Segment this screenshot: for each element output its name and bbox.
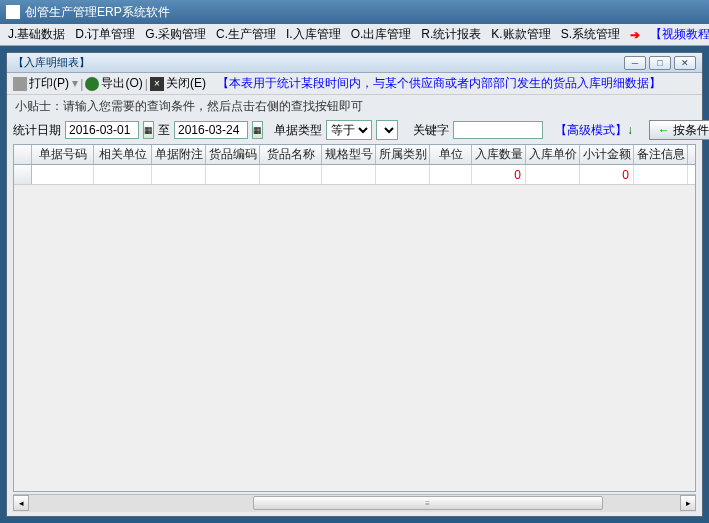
- app-icon: [6, 5, 20, 19]
- inner-title: 【入库明细表】: [13, 55, 624, 70]
- main-menu: J.基础数据 D.订单管理 G.采购管理 C.生产管理 I.入库管理 O.出库管…: [0, 24, 709, 46]
- col-item-code[interactable]: 货品编码: [206, 145, 260, 164]
- calendar-from-button[interactable]: ▦: [143, 121, 154, 139]
- col-remark[interactable]: 备注信息: [634, 145, 688, 164]
- keyword-input[interactable]: [453, 121, 543, 139]
- grid-header: 单据号码 相关单位 单据附注 货品编码 货品名称 规格型号 所属类别 单位 入库…: [14, 145, 695, 165]
- minimize-button[interactable]: ─: [624, 56, 646, 70]
- calendar-to-button[interactable]: ▦: [252, 121, 263, 139]
- type-value-select[interactable]: [376, 120, 398, 140]
- menu-basic[interactable]: J.基础数据: [4, 24, 69, 45]
- export-icon: [85, 77, 99, 91]
- menu-outbound[interactable]: O.出库管理: [347, 24, 416, 45]
- row-header-corner: [14, 145, 32, 164]
- cell[interactable]: [206, 165, 260, 184]
- cell[interactable]: [322, 165, 376, 184]
- toolbar: 打印(P) ▾ | 导出(O) | × 关闭(E) 【本表用于统计某段时间内，与…: [7, 73, 702, 95]
- inner-titlebar: 【入库明细表】 ─ □ ✕: [7, 53, 702, 73]
- filter-bar: 统计日期 ▦ 至 ▦ 单据类型 等于 关键字 【高级模式】↓ ←←按条件查找(S…: [7, 118, 702, 142]
- cell[interactable]: [152, 165, 206, 184]
- menu-purchase[interactable]: G.采购管理: [141, 24, 210, 45]
- col-in-qty[interactable]: 入库数量: [472, 145, 526, 164]
- scroll-right-button[interactable]: ▸: [680, 495, 696, 511]
- menu-reports[interactable]: R.统计报表: [417, 24, 485, 45]
- table-row[interactable]: 0 0: [14, 165, 695, 185]
- col-category[interactable]: 所属类别: [376, 145, 430, 164]
- col-in-price[interactable]: 入库单价: [526, 145, 580, 164]
- menu-production[interactable]: C.生产管理: [212, 24, 280, 45]
- cell[interactable]: [260, 165, 322, 184]
- date-label: 统计日期: [13, 122, 61, 139]
- col-unit[interactable]: 单位: [430, 145, 472, 164]
- cell[interactable]: [634, 165, 688, 184]
- search-button[interactable]: ←←按条件查找(S)按条件查找(S): [649, 120, 709, 140]
- arrow-icon: ➔: [626, 26, 644, 44]
- advanced-mode-link[interactable]: 【高级模式】↓: [555, 122, 633, 139]
- menu-video-tutorial[interactable]: 【视频教程，先看再用】: [646, 24, 709, 45]
- cell-qty[interactable]: 0: [472, 165, 526, 184]
- cell[interactable]: [94, 165, 152, 184]
- date-to-input[interactable]: [174, 121, 248, 139]
- date-from-input[interactable]: [65, 121, 139, 139]
- col-related-unit[interactable]: 相关单位: [94, 145, 152, 164]
- type-label: 单据类型: [274, 122, 322, 139]
- cell-amount[interactable]: 0: [580, 165, 634, 184]
- app-titlebar: 创管生产管理ERP系统软件: [0, 0, 709, 24]
- menu-system[interactable]: S.系统管理: [557, 24, 624, 45]
- tip-text: 小贴士：请输入您需要的查询条件，然后点击右侧的查找按钮即可: [7, 95, 702, 118]
- col-subtotal[interactable]: 小计金额: [580, 145, 634, 164]
- menu-accounts[interactable]: K.账款管理: [487, 24, 554, 45]
- app-title: 创管生产管理ERP系统软件: [25, 4, 170, 21]
- close-action-button[interactable]: 关闭(E): [166, 75, 206, 92]
- type-select[interactable]: 等于: [326, 120, 372, 140]
- toolbar-note: 【本表用于统计某段时间内，与某个供应商或者内部部门发生的货品入库明细数据】: [217, 75, 661, 92]
- maximize-button[interactable]: □: [649, 56, 671, 70]
- cell[interactable]: [376, 165, 430, 184]
- scroll-thumb[interactable]: ≡: [253, 496, 603, 510]
- grid-body[interactable]: 0 0: [14, 165, 695, 491]
- row-header: [14, 165, 32, 184]
- horizontal-scrollbar[interactable]: ◂ ≡ ▸: [13, 494, 696, 512]
- close-icon: ×: [150, 77, 164, 91]
- col-doc-remark[interactable]: 单据附注: [152, 145, 206, 164]
- menu-orders[interactable]: D.订单管理: [71, 24, 139, 45]
- cell[interactable]: [526, 165, 580, 184]
- scroll-left-button[interactable]: ◂: [13, 495, 29, 511]
- keyword-label: 关键字: [413, 122, 449, 139]
- to-label: 至: [158, 122, 170, 139]
- print-button[interactable]: 打印(P) ▾: [29, 75, 78, 92]
- close-button[interactable]: ✕: [674, 56, 696, 70]
- col-spec[interactable]: 规格型号: [322, 145, 376, 164]
- col-doc-number[interactable]: 单据号码: [32, 145, 94, 164]
- menu-inbound[interactable]: I.入库管理: [282, 24, 345, 45]
- printer-icon: [13, 77, 27, 91]
- col-item-name[interactable]: 货品名称: [260, 145, 322, 164]
- cell[interactable]: [430, 165, 472, 184]
- data-grid: 单据号码 相关单位 单据附注 货品编码 货品名称 规格型号 所属类别 单位 入库…: [13, 144, 696, 492]
- cell[interactable]: [32, 165, 94, 184]
- export-button[interactable]: 导出(O): [101, 75, 142, 92]
